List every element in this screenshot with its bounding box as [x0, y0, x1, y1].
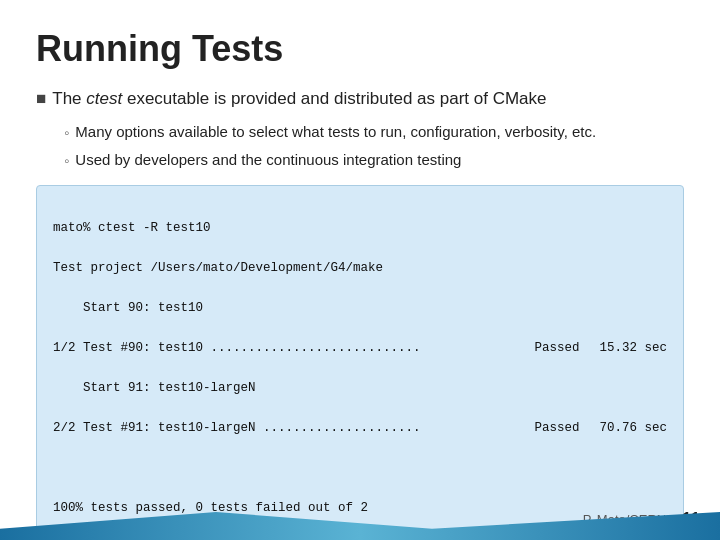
code-line-4: 1/2 Test #90: test10 ...................…	[53, 338, 667, 358]
sub-bullets-container: ◦ Many options available to select what …	[64, 121, 684, 171]
sub-bullet-dot-1: ◦	[64, 122, 69, 143]
code-line-5: Start 91: test10-largeN	[53, 378, 667, 398]
main-bullet-prefix: The	[52, 89, 81, 108]
slide: Running Tests ■ The ctest executable is …	[0, 0, 720, 540]
main-bullet: ■ The ctest executable is provided and d…	[36, 88, 684, 111]
main-bullet-text: The ctest executable is provided and dis…	[52, 88, 546, 111]
bullet-arrow: ■	[36, 89, 46, 109]
sub-bullet-2: ◦ Used by developers and the continuous …	[64, 149, 684, 171]
code-block: mato% ctest -R test10 Test project /User…	[36, 185, 684, 540]
main-bullet-suffix: executable is provided and distributed a…	[127, 89, 547, 108]
sub-bullet-1: ◦ Many options available to select what …	[64, 121, 684, 143]
code-line-1: mato% ctest -R test10	[53, 218, 667, 238]
sub-bullet-text-1: Many options available to select what te…	[75, 121, 596, 142]
sub-bullet-text-2: Used by developers and the continuous in…	[75, 149, 461, 170]
slide-title: Running Tests	[36, 28, 684, 70]
passed-1: Passed	[534, 338, 579, 358]
ctest-text: ctest	[86, 89, 122, 108]
code-line-blank-1	[53, 458, 667, 478]
code-line-3: Start 90: test10	[53, 298, 667, 318]
code-line-7: 100% tests passed, 0 tests failed out of…	[53, 498, 667, 518]
passed-2: Passed	[534, 418, 579, 438]
time-2: 70.76 sec	[599, 418, 667, 438]
code-line-2: Test project /Users/mato/Development/G4/…	[53, 258, 667, 278]
time-1: 15.32 sec	[599, 338, 667, 358]
sub-bullet-dot-2: ◦	[64, 150, 69, 171]
code-line-6: 2/2 Test #91: test10-largeN ............…	[53, 418, 667, 438]
